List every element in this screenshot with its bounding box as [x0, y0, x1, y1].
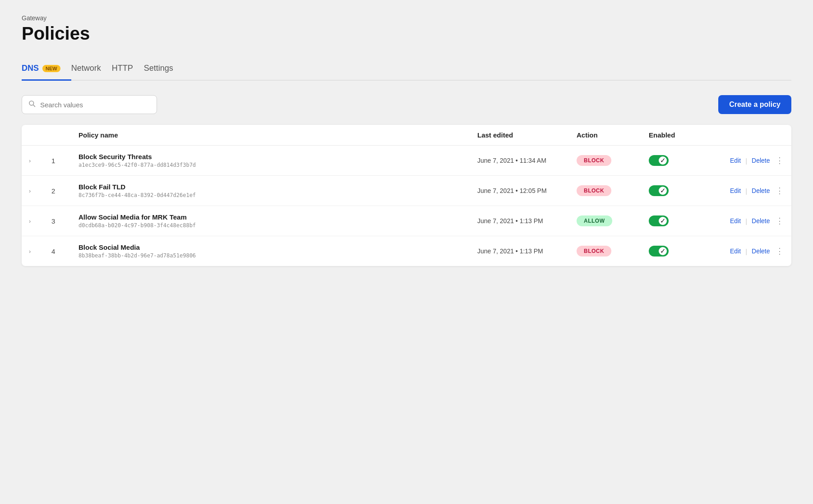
- expand-button-3[interactable]: ›: [29, 218, 51, 225]
- toggle-knob-2: ✓: [659, 187, 667, 195]
- toggle-knob-1: ✓: [659, 156, 667, 165]
- policy-uuid-4: 8b38beaf-38bb-4b2d-96e7-ad78a51e9806: [79, 252, 477, 259]
- row-actions-1: Edit | Delete ⋮: [730, 156, 784, 165]
- policy-uuid-1: a1ec3ce9-96c5-42f0-877a-dd814d3f3b7d: [79, 162, 477, 168]
- divider-2: |: [745, 187, 747, 195]
- table-row: › 1 Block Security Threats a1ec3ce9-96c5…: [22, 146, 791, 176]
- tab-settings[interactable]: Settings: [144, 58, 184, 81]
- more-menu-button-1[interactable]: ⋮: [776, 156, 784, 165]
- more-menu-button-2[interactable]: ⋮: [776, 186, 784, 196]
- page-title: Policies: [22, 23, 791, 44]
- action-badge-2: BLOCK: [577, 185, 611, 196]
- row-num-1: 1: [51, 157, 79, 165]
- expand-button-4[interactable]: ›: [29, 248, 51, 255]
- action-badge-1: BLOCK: [577, 155, 611, 166]
- tab-network-label: Network: [71, 64, 101, 73]
- table-row: › 2 Block Fail TLD 8c736f7b-ce44-48ca-83…: [22, 176, 791, 206]
- tab-dns-label: DNS: [22, 64, 39, 73]
- tab-http-label: HTTP: [112, 64, 133, 73]
- last-edited-3: June 7, 2021 • 1:13 PM: [477, 217, 577, 225]
- action-cell-3: ALLOW: [577, 215, 649, 226]
- search-box[interactable]: [22, 95, 157, 114]
- page-container: Gateway Policies DNS NEW Network HTTP Se…: [0, 0, 813, 280]
- last-edited-4: June 7, 2021 • 1:13 PM: [477, 247, 577, 255]
- header-enabled: Enabled: [649, 131, 730, 139]
- delete-button-4[interactable]: Delete: [752, 247, 770, 255]
- expand-button-1[interactable]: ›: [29, 157, 51, 164]
- edit-button-4[interactable]: Edit: [730, 247, 741, 255]
- policies-table: Policy name Last edited Action Enabled ›…: [22, 125, 791, 266]
- dns-new-badge: NEW: [42, 65, 60, 72]
- search-input[interactable]: [40, 101, 150, 109]
- header-policy-name: Policy name: [79, 131, 477, 139]
- enabled-toggle-3[interactable]: ✓: [649, 215, 669, 226]
- edit-button-3[interactable]: Edit: [730, 217, 741, 225]
- svg-point-0: [29, 101, 34, 105]
- policy-name-1: Block Security Threats: [79, 153, 477, 160]
- row-num-2: 2: [51, 187, 79, 195]
- policy-name-cell-2: Block Fail TLD 8c736f7b-ce44-48ca-8392-0…: [79, 183, 477, 198]
- row-actions-2: Edit | Delete ⋮: [730, 186, 784, 196]
- tabs-bar: DNS NEW Network HTTP Settings: [22, 58, 791, 81]
- toggle-knob-4: ✓: [659, 247, 667, 255]
- last-edited-1: June 7, 2021 • 11:34 AM: [477, 157, 577, 164]
- divider-4: |: [745, 247, 747, 255]
- action-cell-1: BLOCK: [577, 155, 649, 166]
- toggle-cell-1: ✓: [649, 155, 730, 166]
- tab-http[interactable]: HTTP: [112, 58, 144, 81]
- more-menu-button-3[interactable]: ⋮: [776, 216, 784, 226]
- toggle-knob-3: ✓: [659, 217, 667, 225]
- header-action: Action: [577, 131, 649, 139]
- policy-name-2: Block Fail TLD: [79, 183, 477, 191]
- header-num: [51, 131, 79, 139]
- tab-network[interactable]: Network: [71, 58, 112, 81]
- breadcrumb: Gateway: [22, 14, 791, 22]
- header-expand: [29, 131, 51, 139]
- toggle-cell-3: ✓: [649, 215, 730, 226]
- row-actions-4: Edit | Delete ⋮: [730, 246, 784, 256]
- svg-line-1: [33, 105, 35, 107]
- policy-name-cell-4: Block Social Media 8b38beaf-38bb-4b2d-96…: [79, 243, 477, 259]
- action-badge-4: BLOCK: [577, 246, 611, 257]
- divider-1: |: [745, 157, 747, 165]
- row-num-4: 4: [51, 247, 79, 255]
- policy-name-cell-3: Allow Social Media for MRK Team d0cdb68a…: [79, 213, 477, 229]
- toolbar: Create a policy: [22, 95, 791, 114]
- header-last-edited: Last edited: [477, 131, 577, 139]
- edit-button-1[interactable]: Edit: [730, 157, 741, 164]
- table-header: Policy name Last edited Action Enabled: [22, 125, 791, 146]
- more-menu-button-4[interactable]: ⋮: [776, 246, 784, 256]
- enabled-toggle-1[interactable]: ✓: [649, 155, 669, 166]
- divider-3: |: [745, 217, 747, 225]
- policy-name-4: Block Social Media: [79, 243, 477, 251]
- policy-uuid-2: 8c736f7b-ce44-48ca-8392-0d447d26e1ef: [79, 192, 477, 198]
- action-cell-2: BLOCK: [577, 185, 649, 196]
- policy-name-3: Allow Social Media for MRK Team: [79, 213, 477, 221]
- tab-settings-label: Settings: [144, 64, 173, 73]
- toggle-cell-2: ✓: [649, 185, 730, 196]
- edit-button-2[interactable]: Edit: [730, 187, 741, 194]
- delete-button-3[interactable]: Delete: [752, 217, 770, 225]
- row-actions-3: Edit | Delete ⋮: [730, 216, 784, 226]
- toggle-cell-4: ✓: [649, 246, 730, 257]
- action-cell-4: BLOCK: [577, 246, 649, 257]
- last-edited-2: June 7, 2021 • 12:05 PM: [477, 187, 577, 194]
- action-badge-3: ALLOW: [577, 215, 612, 226]
- expand-button-2[interactable]: ›: [29, 188, 51, 194]
- tab-dns[interactable]: DNS NEW: [22, 58, 71, 81]
- table-row: › 4 Block Social Media 8b38beaf-38bb-4b2…: [22, 236, 791, 266]
- enabled-toggle-4[interactable]: ✓: [649, 246, 669, 257]
- header-row-actions: [730, 131, 784, 139]
- policy-name-cell-1: Block Security Threats a1ec3ce9-96c5-42f…: [79, 153, 477, 168]
- row-num-3: 3: [51, 217, 79, 225]
- delete-button-2[interactable]: Delete: [752, 187, 770, 194]
- create-policy-button[interactable]: Create a policy: [718, 95, 791, 114]
- policy-uuid-3: d0cdb68a-b020-4c97-b908-3f4c48ec88bf: [79, 222, 477, 229]
- search-icon: [28, 100, 36, 109]
- table-row: › 3 Allow Social Media for MRK Team d0cd…: [22, 206, 791, 236]
- delete-button-1[interactable]: Delete: [752, 157, 770, 164]
- enabled-toggle-2[interactable]: ✓: [649, 185, 669, 196]
